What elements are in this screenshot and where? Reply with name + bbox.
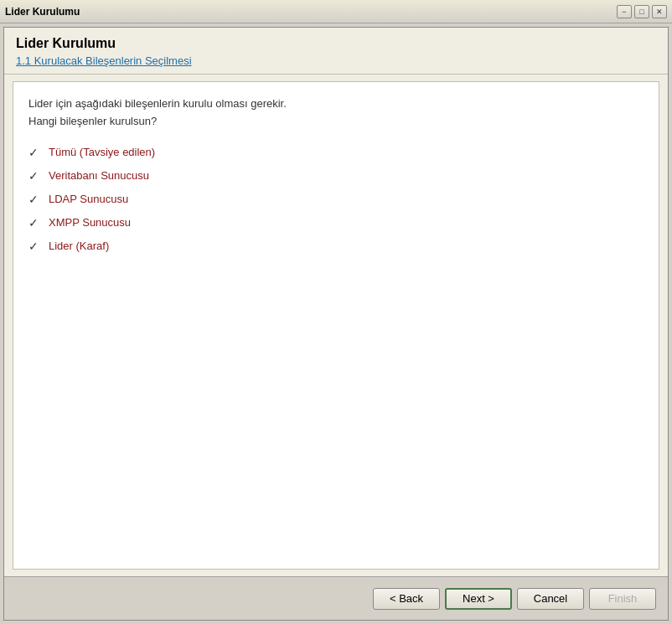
title-bar-title: Lider Kurulumu bbox=[5, 6, 80, 18]
list-item[interactable]: ✓LDAP Sunucusu bbox=[28, 193, 644, 206]
next-button[interactable]: Next > bbox=[445, 588, 512, 610]
list-item[interactable]: ✓Lider (Karaf) bbox=[28, 240, 644, 253]
content-description: Lider için aşağıdaki bileşenlerin kurulu… bbox=[28, 95, 644, 131]
list-item[interactable]: ✓Tümü (Tavsiye edilen) bbox=[28, 146, 644, 159]
component-label: Veritabanı Sunucusu bbox=[49, 169, 149, 182]
description-line2: Hangi bileşenler kurulsun? bbox=[28, 113, 644, 131]
checkmark-icon: ✓ bbox=[28, 240, 40, 253]
component-label: XMPP Sunucusu bbox=[49, 216, 131, 229]
minimize-button[interactable]: − bbox=[617, 5, 632, 18]
footer: < Back Next > Cancel Finish bbox=[4, 576, 668, 620]
description-line1: Lider için aşağıdaki bileşenlerin kurulu… bbox=[28, 95, 644, 113]
title-bar: Lider Kurulumu − □ ✕ bbox=[0, 0, 672, 23]
close-button[interactable]: ✕ bbox=[652, 5, 667, 18]
component-label: Tümü (Tavsiye edilen) bbox=[49, 146, 155, 158]
maximize-button[interactable]: □ bbox=[634, 5, 649, 18]
list-item[interactable]: ✓Veritabanı Sunucusu bbox=[28, 169, 644, 183]
checkmark-icon: ✓ bbox=[28, 216, 40, 229]
cancel-button[interactable]: Cancel bbox=[517, 588, 584, 610]
window-header: Lider Kurulumu 1.1 Kurulacak Bileşenleri… bbox=[4, 28, 668, 75]
component-label: LDAP Sunucusu bbox=[49, 193, 128, 205]
main-window: Lider Kurulumu 1.1 Kurulacak Bileşenleri… bbox=[3, 27, 669, 621]
breadcrumb-subtitle[interactable]: 1.1 Kurulacak Bileşenlerin Seçilmesi bbox=[16, 54, 656, 67]
content-area: Lider için aşağıdaki bileşenlerin kurulu… bbox=[13, 81, 659, 570]
checkmark-icon: ✓ bbox=[28, 169, 40, 183]
component-list: ✓Tümü (Tavsiye edilen)✓Veritabanı Sunucu… bbox=[28, 146, 644, 253]
list-item[interactable]: ✓XMPP Sunucusu bbox=[28, 216, 644, 229]
page-title: Lider Kurulumu bbox=[16, 36, 656, 51]
finish-button[interactable]: Finish bbox=[589, 588, 656, 610]
checkmark-icon: ✓ bbox=[28, 146, 40, 159]
back-button[interactable]: < Back bbox=[373, 588, 440, 610]
title-bar-buttons: − □ ✕ bbox=[617, 5, 667, 18]
checkmark-icon: ✓ bbox=[28, 193, 40, 206]
component-label: Lider (Karaf) bbox=[49, 240, 109, 252]
